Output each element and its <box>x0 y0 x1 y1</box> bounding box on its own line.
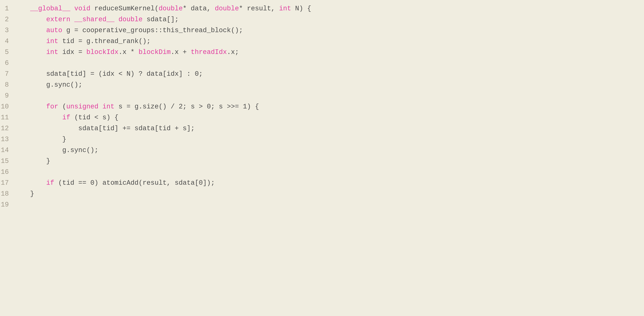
line-number: 13 <box>0 134 14 144</box>
code-text <box>70 5 74 12</box>
line-number: 16 <box>0 167 14 177</box>
code-row: 9 <box>0 91 644 102</box>
code-text: .x + <box>170 48 191 56</box>
code-line: if (tid == 0) atomicAdd(result, sdata[0]… <box>14 178 644 188</box>
code-line <box>14 91 644 101</box>
code-text <box>14 48 46 56</box>
line-number: 5 <box>0 47 14 57</box>
keyword: int <box>46 48 58 56</box>
line-number: 11 <box>0 113 14 123</box>
code-row: 4 int tid = g.thread_rank(); <box>0 36 644 47</box>
keyword: threadIdx <box>191 48 227 56</box>
code-row: 5 int idx = blockIdx.x * blockDim.x + th… <box>0 47 644 58</box>
code-text: .x; <box>227 48 239 56</box>
line-number: 17 <box>0 178 14 188</box>
line-number: 1 <box>0 3 14 13</box>
keyword: blockDim <box>138 48 170 56</box>
code-row: 18 } <box>0 189 644 200</box>
code-text: (tid == 0) atomicAdd(result, sdata[0]); <box>54 179 215 187</box>
keyword: void <box>74 5 90 12</box>
code-text <box>98 103 102 110</box>
code-line: g.sync(); <box>14 80 644 90</box>
code-text: * data, <box>183 5 215 12</box>
code-text <box>14 37 46 45</box>
code-row: 10 for (unsigned int s = g.size() / 2; s… <box>0 102 644 113</box>
keyword: int <box>279 5 291 12</box>
code-text: ( <box>58 103 66 110</box>
keyword: unsigned <box>66 103 98 110</box>
line-number: 15 <box>0 156 14 166</box>
code-text: g.sync(); <box>14 81 82 89</box>
code-line <box>14 200 644 210</box>
code-line: int idx = blockIdx.x * blockDim.x + thre… <box>14 47 644 57</box>
code-line: } <box>14 189 644 199</box>
line-number: 8 <box>0 80 14 90</box>
code-line: for (unsigned int s = g.size() / 2; s > … <box>14 102 644 112</box>
code-text: } <box>14 190 34 197</box>
code-row: 6 <box>0 58 644 69</box>
code-text <box>14 114 62 121</box>
code-line: auto g = cooperative_groups::this_thread… <box>14 25 644 35</box>
keyword: __shared__ <box>74 16 114 23</box>
keyword: int <box>102 103 114 110</box>
keyword: if <box>46 179 54 187</box>
code-text <box>114 16 118 23</box>
code-text: sdata[]; <box>142 16 179 23</box>
code-block: 1 __global__ void reduceSumKernel(double… <box>0 3 644 211</box>
code-line: extern __shared__ double sdata[]; <box>14 14 644 24</box>
code-text <box>14 5 30 12</box>
code-line <box>14 167 644 177</box>
code-row: 15 } <box>0 156 644 167</box>
code-text: (tid < s) { <box>70 114 118 121</box>
code-text: .x * <box>118 48 138 56</box>
line-number: 10 <box>0 102 14 112</box>
code-text <box>70 16 74 23</box>
code-row: 8 g.sync(); <box>0 80 644 91</box>
keyword: double <box>215 5 239 12</box>
line-number: 19 <box>0 200 14 210</box>
code-text: tid = g.thread_rank(); <box>58 37 151 45</box>
code-text: s = g.size() / 2; s > 0; s >>= 1) { <box>114 103 259 110</box>
keyword: for <box>46 103 58 110</box>
code-line: int tid = g.thread_rank(); <box>14 36 644 46</box>
code-line: __global__ void reduceSumKernel(double* … <box>14 3 644 13</box>
code-row: 14 g.sync(); <box>0 145 644 156</box>
code-row: 2 extern __shared__ double sdata[]; <box>0 14 644 25</box>
code-line: } <box>14 134 644 144</box>
code-line: sdata[tid] = (idx < N) ? data[idx] : 0; <box>14 69 644 79</box>
code-text: g.sync(); <box>14 147 98 154</box>
code-row: 12 sdata[tid] += sdata[tid + s]; <box>0 123 644 134</box>
code-editor: 1 __global__ void reduceSumKernel(double… <box>0 0 644 316</box>
code-line: g.sync(); <box>14 145 644 155</box>
keyword: double <box>118 16 142 23</box>
code-text: idx = <box>58 48 86 56</box>
code-text <box>14 103 46 110</box>
code-row: 13 } <box>0 134 644 145</box>
line-number: 4 <box>0 36 14 46</box>
keyword: double <box>158 5 183 12</box>
code-row: 16 <box>0 167 644 178</box>
code-text: } <box>14 157 50 165</box>
code-row: 7 sdata[tid] = (idx < N) ? data[idx] : 0… <box>0 69 644 80</box>
line-number: 18 <box>0 189 14 199</box>
code-text: g = cooperative_groups::this_thread_bloc… <box>62 26 243 34</box>
line-number: 12 <box>0 123 14 133</box>
line-number: 14 <box>0 145 14 155</box>
code-text: N) { <box>291 5 311 12</box>
keyword: auto <box>46 26 62 34</box>
line-number: 3 <box>0 25 14 35</box>
keyword: int <box>46 37 58 45</box>
code-text <box>14 16 46 23</box>
code-text: * result, <box>239 5 279 12</box>
code-text: sdata[tid] += sdata[tid + s]; <box>14 125 195 132</box>
code-line: if (tid < s) { <box>14 113 644 123</box>
code-row: 11 if (tid < s) { <box>0 113 644 123</box>
code-row: 3 auto g = cooperative_groups::this_thre… <box>0 25 644 36</box>
keyword: __global__ <box>30 5 70 12</box>
code-line <box>14 58 644 68</box>
keyword: extern <box>46 16 70 23</box>
keyword: if <box>62 114 70 121</box>
line-number: 6 <box>0 58 14 68</box>
code-text <box>14 179 46 187</box>
code-row: 1 __global__ void reduceSumKernel(double… <box>0 3 644 14</box>
